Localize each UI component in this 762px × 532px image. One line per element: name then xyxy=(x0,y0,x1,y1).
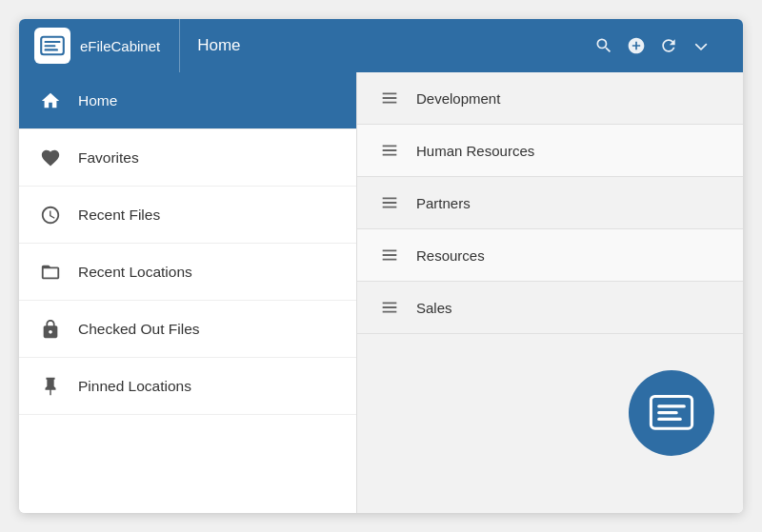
list-item[interactable]: Human Resources xyxy=(357,125,743,177)
svg-rect-4 xyxy=(45,49,58,50)
sidebar-label-favorites: Favorites xyxy=(78,149,139,167)
main-body: Home Favorites Recent Files Recent Locat… xyxy=(19,72,743,513)
sidebar-item-recent-files[interactable]: Recent Files xyxy=(19,187,356,244)
search-button[interactable] xyxy=(594,36,613,55)
logo-icon xyxy=(34,28,70,64)
app-container: eFileCabinet Home xyxy=(19,19,743,513)
header-icons xyxy=(594,36,711,55)
heart-icon xyxy=(38,148,63,168)
pin-icon xyxy=(38,376,63,397)
clock-icon xyxy=(38,205,63,226)
refresh-button[interactable] xyxy=(659,36,678,55)
list-item[interactable]: Development xyxy=(357,72,743,125)
refresh-icon xyxy=(659,36,678,55)
content-panel: Development Human Resources Partners xyxy=(357,72,743,513)
list-item[interactable]: Partners xyxy=(357,177,743,229)
sidebar-label-recent-files: Recent Files xyxy=(78,207,160,224)
header-title: Home xyxy=(197,36,240,55)
item-label-development: Development xyxy=(416,90,500,107)
list-item[interactable]: Sales xyxy=(357,282,743,334)
sidebar-item-home[interactable]: Home xyxy=(19,72,356,129)
folder-icon xyxy=(38,262,63,283)
chevron-down-icon xyxy=(692,36,711,55)
logo-area: eFileCabinet xyxy=(34,19,180,72)
cabinet-icon-partners xyxy=(376,189,403,216)
logo-text: eFileCabinet xyxy=(80,38,160,54)
search-icon xyxy=(594,36,613,55)
content-list: Development Human Resources Partners xyxy=(357,72,743,334)
svg-rect-2 xyxy=(45,41,61,43)
sidebar-item-pinned[interactable]: Pinned Locations xyxy=(19,358,356,415)
watermark-logo xyxy=(629,370,714,456)
sidebar-label-recent-locations: Recent Locations xyxy=(78,264,192,281)
header: eFileCabinet Home xyxy=(19,19,743,72)
svg-rect-7 xyxy=(657,411,678,414)
watermark-svg xyxy=(646,387,697,439)
header-title-area: Home xyxy=(180,36,728,55)
sidebar-item-checked-out[interactable]: Checked Out Files xyxy=(19,301,356,358)
cabinet-icon-development xyxy=(376,85,403,111)
chevron-down-button[interactable] xyxy=(692,36,711,55)
home-icon xyxy=(38,90,63,111)
sidebar-label-home: Home xyxy=(78,92,117,109)
cabinet-icon-sales xyxy=(376,294,403,321)
svg-rect-8 xyxy=(657,418,682,421)
item-label-resources: Resources xyxy=(416,247,485,264)
sidebar-item-recent-locations[interactable]: Recent Locations xyxy=(19,244,356,301)
item-label-partners: Partners xyxy=(416,195,471,211)
sidebar-label-checked-out: Checked Out Files xyxy=(78,321,200,338)
lock-icon xyxy=(38,319,63,340)
item-label-human-resources: Human Resources xyxy=(416,143,534,159)
sidebar: Home Favorites Recent Files Recent Locat… xyxy=(19,72,357,513)
item-label-sales: Sales xyxy=(416,300,452,316)
sidebar-item-favorites[interactable]: Favorites xyxy=(19,129,356,187)
add-icon xyxy=(627,36,646,55)
cabinet-icon-resources xyxy=(376,242,403,268)
svg-rect-3 xyxy=(45,45,56,47)
list-item[interactable]: Resources xyxy=(357,229,743,282)
svg-rect-6 xyxy=(657,404,686,407)
add-button[interactable] xyxy=(627,36,646,55)
logo-svg xyxy=(37,30,68,61)
cabinet-icon-hr xyxy=(376,137,403,164)
sidebar-label-pinned: Pinned Locations xyxy=(78,378,191,395)
